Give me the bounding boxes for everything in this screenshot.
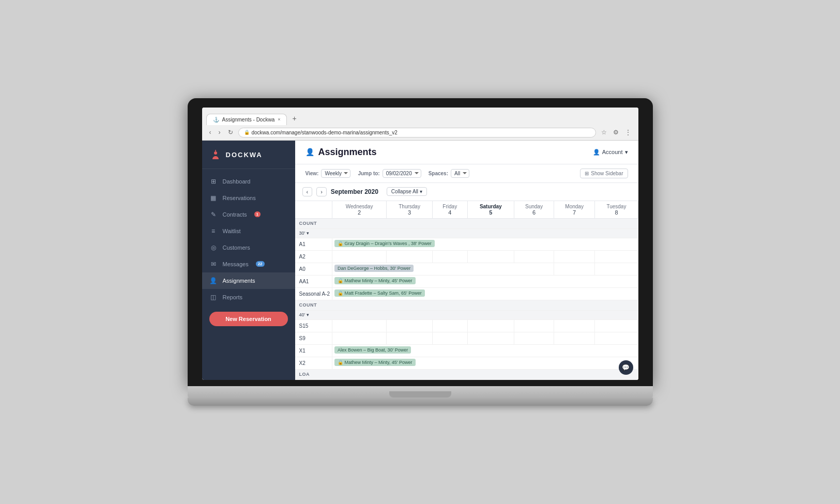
space-label: S9	[295, 332, 332, 344]
calendar-table: Wednesday2Thursday3Friday4Saturday5Sunda…	[295, 201, 638, 380]
day-col-sunday	[514, 250, 554, 263]
tab-close-button[interactable]: ×	[278, 117, 280, 122]
space-label: X2	[295, 357, 332, 369]
page-title-area: 👤 Assignments	[306, 147, 377, 158]
day-col-saturday	[467, 319, 514, 332]
assignment-bar[interactable]: Dan DeGeorge – Hobbs, 30' Power	[334, 265, 414, 272]
section-label: COUNT	[295, 300, 638, 310]
jump-to-filter: Jump to: 09/02/2020	[358, 169, 421, 178]
extensions-button[interactable]: ⚙	[611, 128, 621, 137]
sidebar-item-contracts[interactable]: ✎ Contracts 1	[202, 206, 295, 223]
sidebar-item-reservations[interactable]: ▦ Reservations	[202, 190, 295, 206]
header-col-monday: Monday7	[554, 201, 594, 219]
dashboard-nav-label: Dashboard	[223, 178, 251, 185]
day-col-tuesday	[595, 332, 638, 344]
messages-badge: 22	[256, 261, 265, 267]
day-col-thursday	[387, 332, 433, 344]
refresh-button[interactable]: ↻	[226, 128, 235, 137]
browser-tabs: ⚓ Assignments - Dockwa × +	[202, 108, 638, 125]
show-sidebar-button[interactable]: ⊞ Show Sidebar	[580, 169, 628, 178]
header-col-friday: Friday4	[432, 201, 467, 219]
section-dropdown-row: 40' ▾	[295, 310, 638, 319]
day-col-friday	[432, 332, 467, 344]
waitlist-nav-label: Waitlist	[223, 228, 241, 234]
assignment-bar[interactable]: Alex Bowen – Big Boat, 30' Power	[334, 346, 411, 354]
filter-bar: View: Weekly Jump to: 09/02/2020	[295, 164, 638, 183]
space-label: X1	[295, 344, 332, 357]
table-row: X1Alex Bowen – Big Boat, 30' Power	[295, 344, 638, 357]
day-col-monday	[554, 263, 594, 275]
calendar-prev-button[interactable]: ‹	[302, 187, 313, 196]
new-reservation-button[interactable]: New Reservation	[209, 312, 288, 326]
jump-to-select[interactable]: 09/02/2020	[383, 169, 421, 178]
calendar-month-label: September 2020	[331, 188, 383, 195]
day-col-wednesday	[332, 250, 387, 263]
laptop-screen: ⚓ Assignments - Dockwa × + ‹ › ↻ 🔒 dockw…	[202, 108, 638, 380]
active-tab[interactable]: ⚓ Assignments - Dockwa ×	[206, 114, 287, 125]
calendar-grid-wrapper: ‹ › September 2020 Collapse All ▾	[295, 183, 638, 380]
account-button[interactable]: 👤 Account ▾	[593, 149, 628, 156]
new-tab-button[interactable]: +	[288, 112, 300, 125]
day-col-monday	[554, 250, 594, 263]
forward-button[interactable]: ›	[217, 128, 223, 137]
sidebar-item-assignments[interactable]: 👤 Assignments	[202, 272, 295, 289]
day-col-wednesday: Dan DeGeorge – Hobbs, 30' Power	[332, 263, 554, 275]
collapse-icon: ▾	[420, 189, 422, 194]
sidebar-item-reports[interactable]: ◫ Reports	[202, 289, 295, 306]
day-col-monday	[554, 332, 594, 344]
table-row: S9	[295, 332, 638, 344]
spaces-filter: Spaces: All	[429, 169, 469, 178]
space-label: S15	[295, 319, 332, 332]
assignment-bar[interactable]: 🔒 Gray Dragin – Dragin's Waves , 38' Pow…	[334, 240, 435, 247]
lock-icon: 🔒	[244, 130, 250, 135]
assignment-bar[interactable]: 🔒 Matt Fradette – Salty Sam, 65' Power	[334, 289, 425, 297]
sidebar-item-waitlist[interactable]: ≡ Waitlist	[202, 223, 295, 239]
account-dropdown-icon: ▾	[625, 149, 628, 156]
chat-button[interactable]: 💬	[619, 360, 633, 375]
sidebar-item-dashboard[interactable]: ⊞ Dashboard	[202, 173, 295, 190]
svg-point-0	[214, 151, 217, 155]
bookmark-button[interactable]: ☆	[599, 128, 609, 137]
assignment-bar[interactable]: 🔒 Mathew Minty – Minty, 45' Power	[334, 359, 416, 366]
sidebar-item-messages[interactable]: ✉ Messages 22	[202, 256, 295, 272]
day-col-thursday	[387, 319, 433, 332]
day-col-sunday	[514, 319, 554, 332]
screen-bezel: ⚓ Assignments - Dockwa × + ‹ › ↻ 🔒 dockw…	[188, 98, 653, 387]
space-label: Seasonal A-2	[295, 287, 332, 300]
spaces-select[interactable]: All	[451, 169, 469, 178]
browser-chrome: ⚓ Assignments - Dockwa × + ‹ › ↻ 🔒 dockw…	[202, 108, 638, 141]
calendar-next-button[interactable]: ›	[316, 187, 327, 196]
day-col-tuesday	[595, 319, 638, 332]
day-col-wednesday: 🔒 Gray Dragin – Dragin's Waves , 38' Pow…	[332, 238, 638, 250]
nav-items-container: ⊞ Dashboard ▦ Reservations ✎ Contracts 1…	[202, 173, 295, 306]
jump-to-label: Jump to:	[358, 171, 379, 176]
url-text: dockwa.com/manage/stanwoods-demo-marina/…	[252, 130, 398, 135]
space-label: AA1	[295, 275, 332, 287]
day-col-wednesday: 🔒 Mathew Minty – Minty, 45' Power	[332, 357, 638, 369]
header-col-tuesday: Tuesday8	[595, 201, 638, 219]
waitlist-nav-icon: ≡	[209, 227, 218, 235]
view-select[interactable]: Weekly	[321, 169, 350, 178]
page-title-icon: 👤	[306, 148, 314, 156]
section-sublabel: 40' ▾	[295, 310, 638, 319]
space-label: A0	[295, 263, 332, 275]
loa-label: LOA	[295, 369, 638, 379]
calendar-body: COUNT30' ▾A1🔒 Gray Dragin – Dragin's Wav…	[295, 218, 638, 380]
sidebar-item-customers[interactable]: ◎ Customers	[202, 239, 295, 256]
messages-nav-label: Messages	[223, 261, 249, 267]
address-bar[interactable]: 🔒 dockwa.com/manage/stanwoods-demo-marin…	[238, 128, 596, 138]
header-col-wednesday: Wednesday2	[332, 201, 387, 219]
messages-nav-icon: ✉	[209, 261, 218, 268]
collapse-all-button[interactable]: Collapse All ▾	[387, 187, 427, 196]
day-col-saturday	[467, 332, 514, 344]
laptop-stand	[188, 398, 653, 406]
section-sublabel: 30' ▾	[295, 228, 638, 238]
view-label: View:	[306, 171, 319, 176]
page-title: Assignments	[318, 147, 377, 158]
assignment-bar[interactable]: 🔒 Mathew Minty – Minty, 45' Power	[334, 277, 416, 284]
menu-button[interactable]: ⋮	[623, 128, 633, 137]
customers-nav-icon: ◎	[209, 244, 218, 251]
back-button[interactable]: ‹	[207, 128, 213, 137]
header-col-thursday: Thursday3	[387, 201, 433, 219]
laptop-base	[188, 386, 653, 398]
